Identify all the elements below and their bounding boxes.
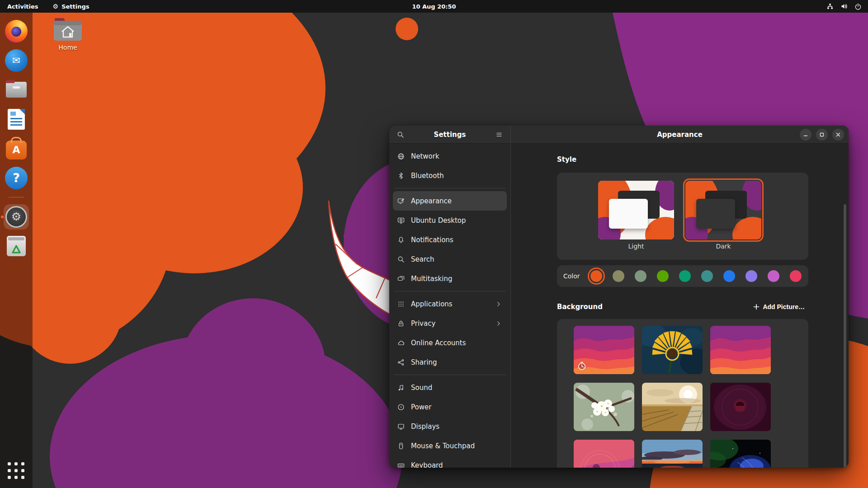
sidebar-separator (394, 375, 506, 375)
sidebar-item-keyboard[interactable]: Keyboard (393, 455, 507, 468)
wallpaper-thumb-yellow-flower[interactable] (642, 326, 703, 374)
accent-color-row: Color (557, 265, 808, 287)
color-swatches (590, 270, 802, 282)
dock-item-help[interactable]: ? (4, 165, 29, 191)
minimize-button[interactable] (800, 129, 811, 141)
color-label: Color (563, 272, 583, 280)
sidebar-item-search[interactable]: Search (393, 249, 507, 269)
sidebar-item-bluetooth[interactable]: Bluetooth (393, 166, 507, 185)
color-swatch-red[interactable] (790, 270, 802, 282)
dock-item-settings[interactable]: ⚙ (4, 204, 29, 230)
volume-icon (840, 3, 848, 10)
wallpaper-thumb-field-road-sunset[interactable] (642, 383, 703, 431)
thunderbird-icon: ✉ (5, 49, 28, 72)
sidebar-item-ubuntu-desktop[interactable]: Ubuntu Desktop (393, 211, 507, 230)
share-nodes-icon (397, 359, 405, 366)
writer-icon (8, 109, 25, 130)
content-headerbar: Appearance (511, 126, 849, 144)
activities-label: Activities (7, 3, 38, 10)
sidebar-headerbar: Settings (389, 126, 510, 144)
sidebar-item-mouse-touchpad[interactable]: Mouse & Touchpad (393, 436, 507, 455)
search-button[interactable] (394, 128, 407, 141)
help-icon: ? (5, 167, 28, 189)
style-selector: Light Dark (557, 173, 808, 260)
dock-item-ubuntu-software[interactable]: A (4, 136, 29, 161)
dock-item-files[interactable] (4, 77, 29, 103)
color-swatch-magenta[interactable] (768, 270, 779, 282)
chevron-right-icon (495, 320, 502, 327)
clock-button[interactable]: 10 Aug 20:50 (406, 0, 461, 13)
style-option-light[interactable]: Light (598, 181, 674, 250)
minimize-icon (803, 132, 808, 137)
sidebar-item-privacy[interactable]: Privacy (393, 314, 507, 333)
maximize-icon (819, 132, 825, 137)
color-swatch-orange[interactable] (590, 270, 602, 282)
sidebar-item-network[interactable]: Network (393, 146, 507, 166)
wallpaper-thumb-jellyfish-dark[interactable] (710, 383, 771, 431)
vertical-scrollbar[interactable] (844, 204, 846, 468)
wallpaper-thumb-cherry-blossom[interactable] (574, 383, 634, 431)
dock-item-thunderbird[interactable]: ✉ (4, 48, 29, 73)
panel-scroll-area[interactable]: Style Light (511, 144, 849, 468)
magnifier-icon (397, 256, 405, 263)
sidebar-item-online-accounts[interactable]: Online Accounts (393, 333, 507, 352)
close-button[interactable] (832, 129, 844, 141)
desktop-screen: Activities ⚙ Settings 10 Aug 20:50 (0, 0, 868, 488)
focused-app-menu[interactable]: ⚙ Settings (46, 0, 97, 13)
dock-item-trash[interactable] (4, 234, 29, 259)
home-folder-icon (53, 18, 83, 42)
sidebar-title: Settings (407, 131, 492, 139)
color-swatch-bark[interactable] (613, 270, 624, 282)
sidebar-item-sharing[interactable]: Sharing (393, 352, 507, 372)
music-note-icon (397, 384, 405, 391)
add-picture-button[interactable]: Add Picture… (750, 300, 808, 313)
power-bolt-icon (397, 404, 405, 411)
gear-icon: ⚙ (53, 3, 59, 9)
show-apps-icon (8, 462, 25, 479)
wallpaper-thumb-gradient-waves-dark[interactable] (710, 326, 771, 374)
window-controls (800, 126, 844, 144)
clock-label: 10 Aug 20:50 (412, 3, 456, 10)
color-swatch-prussian-green[interactable] (701, 270, 713, 282)
system-tray[interactable] (820, 0, 868, 13)
ubuntu-software-icon: A (6, 141, 27, 160)
wallpaper-thumb-blue-nebula[interactable] (710, 440, 771, 468)
wallpaper-thumb-gradient-waves[interactable] (574, 326, 634, 374)
sidebar-item-notifications[interactable]: Notifications (393, 230, 507, 249)
sidebar-item-multitasking[interactable]: Multitasking (393, 269, 507, 288)
home-icon-label: Home (58, 44, 77, 51)
style-option-dark[interactable]: Dark (685, 181, 761, 250)
sidebar-item-appearance[interactable]: Appearance (393, 191, 507, 211)
light-style-preview (598, 181, 674, 239)
color-swatch-purple[interactable] (745, 270, 757, 282)
color-swatch-blue[interactable] (723, 270, 735, 282)
color-swatch-olive[interactable] (657, 270, 669, 282)
bell-icon (397, 236, 405, 244)
plus-icon (753, 304, 760, 310)
running-indicator-dot (1, 216, 4, 218)
sidebar-item-power[interactable]: Power (393, 397, 507, 417)
background-gallery (557, 319, 808, 468)
color-swatch-sage[interactable] (635, 270, 646, 282)
sidebar-item-applications[interactable]: Applications (393, 294, 507, 314)
firefox-icon (5, 20, 28, 42)
activities-button[interactable]: Activities (0, 0, 46, 13)
slideshow-clock-icon (577, 361, 586, 371)
main-menu-button[interactable] (492, 128, 506, 141)
color-swatch-viridian[interactable] (679, 270, 691, 282)
sidebar-item-sound[interactable]: Sound (393, 378, 507, 397)
appearance-icon (397, 197, 405, 205)
sidebar-item-displays[interactable]: Displays (393, 417, 507, 436)
wallpaper-thumb-jellyfish-pink[interactable] (574, 440, 634, 468)
desktop-home-icon[interactable]: Home (49, 18, 87, 51)
network-icon (826, 3, 834, 10)
settings-window: Settings Network Bluetooth (389, 126, 849, 468)
focused-app-label: Settings (61, 3, 89, 10)
multitasking-icon (397, 275, 405, 282)
maximize-button[interactable] (816, 129, 828, 141)
wallpaper-thumb-lake-sunset[interactable] (642, 440, 703, 468)
dock-item-firefox[interactable] (4, 19, 29, 44)
lock-icon (397, 320, 405, 327)
dock-item-libreoffice-writer[interactable] (4, 107, 29, 132)
show-apps-button[interactable] (4, 458, 29, 483)
